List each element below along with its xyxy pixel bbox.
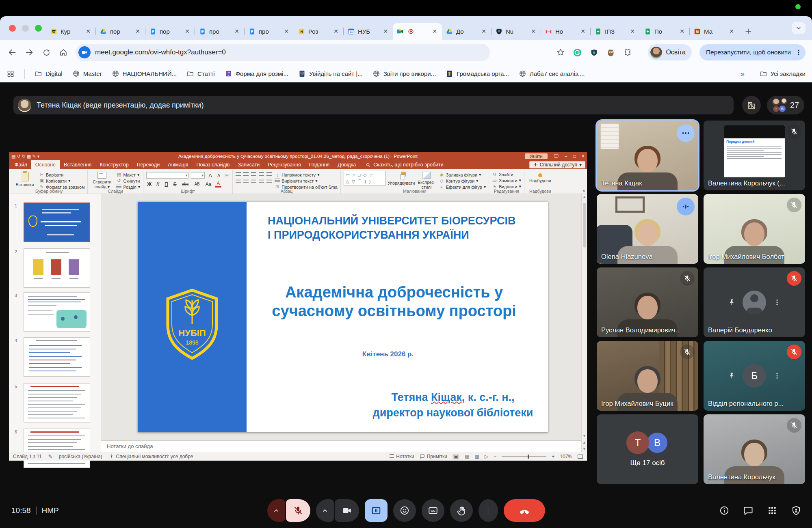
slide-thumbnail[interactable] [24,337,90,377]
mic-options-chevron[interactable] [267,499,285,522]
slideshow-button[interactable]: ▷ [485,454,488,459]
bookmark-item[interactable]: ΨУвійдіть на сайт |... [298,70,363,78]
bookmark-item[interactable]: НАЦІОНАЛЬНИЙ... [112,70,177,78]
captions-button[interactable]: CC [422,499,444,522]
host-controls-button[interactable] [791,505,801,516]
participant-tile[interactable]: Ігор Михайлович Буцик [597,341,698,411]
arrange-button[interactable]: Упорядкувати [389,171,414,185]
browser-menu-icon[interactable] [795,49,802,56]
strikethrough-button[interactable]: S [172,181,178,187]
language-indicator[interactable]: російська (Україна) [59,454,102,459]
scrollbar-thumb[interactable] [583,203,586,248]
shield-extension-icon[interactable] [590,48,598,57]
relaunch-to-update-button[interactable]: Перезапустити, щоб оновити [699,44,806,60]
tab-close-icon[interactable]: ✕ [382,28,389,35]
browser-tab[interactable]: ✕ [393,23,442,40]
zoom-in-button[interactable]: + [552,454,554,459]
ppt-menu-tab[interactable]: Анімація [164,160,192,169]
change-case-button[interactable]: Aa [204,181,213,187]
end-call-button[interactable] [504,499,545,522]
ppt-menu-tab[interactable]: Довідка [333,160,360,169]
info-button[interactable] [719,505,730,516]
tab-close-icon[interactable]: ✕ [332,28,340,35]
browser-tab[interactable]: про✕ [195,23,244,40]
ppt-menu-tab[interactable]: Вставлення [60,160,95,169]
ppt-menu-tab[interactable]: Переходи [133,160,164,169]
browser-tab[interactable]: Но✕ [541,23,590,40]
ppt-menu-tab[interactable]: Рецензування [264,160,305,169]
url-text[interactable]: meet.google.com/ovi-whfo-tgx?authuser=0 [95,48,226,56]
notes-pane[interactable]: Нотатки до слайда [101,440,581,452]
reset-button[interactable]: ↺Скинути [116,178,140,183]
tab-search-button[interactable] [792,22,806,34]
bookmark-item[interactable]: Форма для розмі... [225,70,288,78]
accessibility-status[interactable]: Спеціальні можливості: усе добре [109,454,193,459]
scroll-up-icon[interactable]: ▲ [582,195,587,199]
slide-thumbnail[interactable] [24,292,90,332]
participant-tile[interactable]: БВідділ регіонального р... [704,341,805,411]
participant-tile[interactable]: Порядок деннийВалентина Корольчук (... [704,121,805,190]
cut-button[interactable]: ✂Вирізати [39,172,84,177]
new-tab-button[interactable] [741,24,755,38]
collapse-ribbon-button[interactable]: ∧ [582,188,585,193]
share-button[interactable]: Спільний доступ ▾ [529,161,585,168]
previous-slide-icon[interactable]: ▲ [582,440,587,444]
tab-close-icon[interactable]: ✕ [184,28,191,35]
tab-close-icon[interactable]: ✕ [480,28,487,35]
ppt-signin-button[interactable]: Увійти [525,153,548,159]
quick-access-toolbar[interactable]: ▤ ↺ ↻ ▦ ✎ ▾ [11,154,39,159]
bookmark-item[interactable]: Лаба7 сис аналіз.... [519,70,585,78]
bookmark-star-icon[interactable] [556,48,565,57]
scroll-down-icon[interactable]: ▼ [582,434,587,438]
camera-control[interactable] [316,499,359,522]
ppt-menu-tab[interactable]: Подання [305,160,333,169]
replace-button[interactable]: abЗамінити ▾ [492,178,521,183]
home-button[interactable] [55,44,71,60]
browser-tab[interactable]: До✕ [442,23,491,40]
participant-tile[interactable]: Руслан Володимирович... [597,267,698,337]
ppt-menu-tab[interactable]: Показ слайдів [193,160,234,169]
bookmarks-overflow-button[interactable]: » [740,69,745,78]
underline-button[interactable]: П [163,181,169,187]
ppt-menu-tab[interactable]: Записати [234,160,264,169]
next-slide-icon[interactable]: ▼ [582,447,587,451]
reload-button[interactable] [38,44,54,60]
slide-thumbnail[interactable] [24,429,90,468]
paste-button[interactable]: Вставити [13,171,36,187]
ppt-menu-tab[interactable]: Файл [11,160,31,169]
browser-tab[interactable]: Nu✕ [492,23,541,40]
align-text-button[interactable]: Вирівняти текст ▾ [275,178,338,183]
new-slide-button[interactable]: Створитислайд ▾ [91,171,113,189]
notes-pen-icon[interactable]: ✎ [48,454,52,459]
extensions-puzzle-icon[interactable] [623,48,632,57]
vertical-scrollbar[interactable]: ▲ ▼ ▲ ▼ [581,194,587,452]
ppt-close-button[interactable]: × [582,153,585,159]
font-size-combo[interactable]: ▾ [191,172,205,179]
normal-view-button[interactable]: ▣ [453,454,459,459]
tile-options-button[interactable] [677,124,695,142]
back-button[interactable] [4,44,20,60]
slide-sorter-view-button[interactable]: ▦ [465,454,469,459]
participant-tile[interactable]: Валерій Бондаренко [704,267,805,337]
browser-tab[interactable]: НРоз✕ [294,23,343,40]
tile-menu-icon[interactable] [773,298,781,306]
tab-close-icon[interactable]: ✕ [134,28,141,35]
font-color-button[interactable]: A [215,181,221,187]
ppt-menu-tab[interactable]: Основне [31,160,60,169]
ppt-restore-button[interactable]: □ [573,153,576,159]
find-button[interactable]: Знайти [492,172,521,177]
slide-thumbnail[interactable] [24,203,90,242]
tab-close-icon[interactable]: ✕ [728,28,735,35]
addins-button[interactable]: Надбудови [527,171,553,183]
shape-fill-button[interactable]: ◆Заливка фігури ▾ [439,172,486,177]
font-name-combo[interactable]: ▾ [146,172,188,179]
copy-button[interactable]: ▣Копіювати ▾ [39,178,84,183]
organization-button[interactable] [742,96,761,114]
browser-tab[interactable]: пор✕ [145,23,195,40]
tab-close-icon[interactable]: ✕ [579,28,587,35]
zoom-level[interactable]: 107% [560,454,572,459]
tab-close-icon[interactable]: ✕ [233,28,240,35]
chat-button[interactable] [743,505,754,516]
participant-count-button[interactable]: ТВ 27 [767,96,804,114]
forward-button[interactable] [21,44,37,60]
